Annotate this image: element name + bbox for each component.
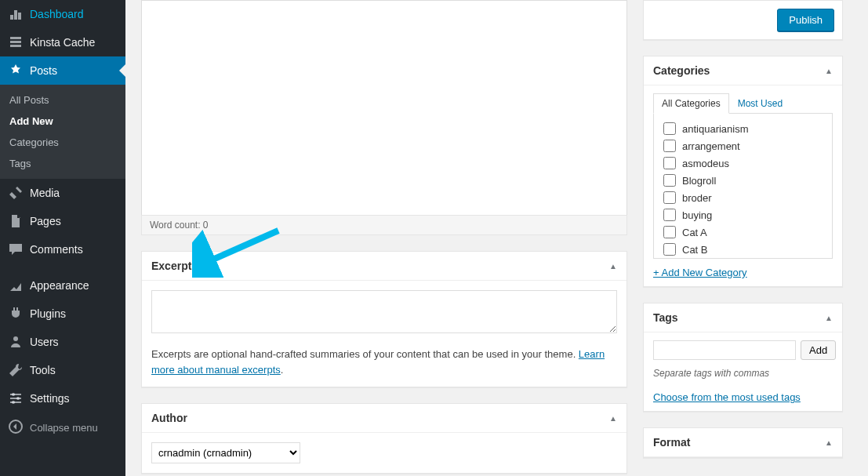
author-title: Author (151, 412, 187, 424)
submenu-tags[interactable]: Tags (0, 153, 125, 174)
svg-rect-0 (10, 37, 21, 39)
author-toggle[interactable]: Author ▲ (142, 404, 626, 433)
media-icon (8, 185, 24, 201)
submenu-categories[interactable]: Categories (0, 132, 125, 153)
pin-icon (8, 63, 24, 78)
category-label: buying (682, 209, 712, 221)
menu-tools[interactable]: Tools (0, 356, 125, 384)
chevron-up-icon: ▲ (609, 262, 617, 271)
category-label: broder (682, 192, 712, 204)
tab-most-used[interactable]: Most Used (729, 93, 791, 114)
menu-dashboard[interactable]: Dashboard (0, 0, 125, 28)
category-item[interactable]: Blogroll (660, 172, 826, 189)
category-checkbox[interactable] (663, 209, 676, 221)
menu-plugins[interactable]: Plugins (0, 300, 125, 328)
admin-sidebar: Dashboard Kinsta Cache Posts All Posts A… (0, 0, 125, 476)
submenu-all-posts[interactable]: All Posts (0, 89, 125, 111)
chevron-up-icon: ▲ (825, 314, 833, 322)
excerpt-toggle[interactable]: Excerpt ▲ (142, 252, 626, 281)
category-item[interactable]: broder (660, 189, 826, 206)
publish-button[interactable]: Publish (777, 9, 834, 31)
categories-panel: Categories ▲ All Categories Most Used an… (643, 56, 843, 287)
chevron-up-icon: ▲ (609, 414, 617, 423)
excerpt-metabox: Excerpt ▲ Excerpts are optional hand-cra… (141, 251, 627, 387)
category-item[interactable]: antiquarianism (660, 120, 826, 137)
submenu-add-new[interactable]: Add New (0, 111, 125, 132)
svg-rect-2 (10, 45, 21, 47)
format-panel: Format ▲ (643, 427, 843, 458)
tab-all-categories[interactable]: All Categories (653, 93, 729, 114)
category-list[interactable]: antiquarianism arrangement asmodeus Blog… (653, 114, 833, 259)
category-label: Cat B (682, 244, 708, 256)
plugins-icon (8, 306, 24, 322)
menu-label: Media (30, 187, 60, 199)
excerpt-textarea[interactable] (151, 290, 617, 333)
category-label: asmodeus (682, 158, 729, 169)
content-editor[interactable] (141, 0, 627, 216)
collapse-icon (8, 419, 24, 437)
tags-toggle[interactable]: Tags ▲ (644, 303, 842, 332)
category-checkbox[interactable] (663, 226, 676, 238)
category-checkbox[interactable] (663, 140, 676, 152)
menu-label: Posts (30, 64, 57, 77)
categories-toggle[interactable]: Categories ▲ (644, 56, 842, 85)
menu-label: Plugins (30, 307, 66, 320)
tags-panel: Tags ▲ Add Separate tags with commas Cho… (643, 303, 843, 412)
sidebar-column: Publish Categories ▲ All Categories Most… (643, 0, 843, 458)
category-checkbox[interactable] (663, 157, 676, 169)
cache-icon (8, 35, 24, 50)
tools-icon (8, 362, 24, 378)
author-metabox: Author ▲ crnadmin (crnadmin) (141, 403, 627, 474)
svg-rect-1 (10, 41, 21, 43)
menu-settings[interactable]: Settings (0, 384, 125, 412)
excerpt-desc-suffix: . (281, 364, 284, 376)
users-icon (8, 334, 24, 350)
excerpt-title: Excerpt (151, 260, 191, 272)
menu-kinsta-cache[interactable]: Kinsta Cache (0, 28, 125, 56)
category-item[interactable]: Cat A (660, 223, 826, 241)
category-label: Cat A (682, 227, 707, 238)
tag-cloud-link[interactable]: Choose from the most used tags (653, 391, 833, 403)
chevron-up-icon: ▲ (825, 438, 833, 447)
svg-point-7 (12, 393, 15, 396)
word-count-bar: Word count: 0 (141, 215, 627, 235)
settings-icon (8, 391, 24, 406)
tags-input[interactable] (653, 340, 796, 360)
excerpt-desc-text: Excerpts are optional hand-crafted summa… (151, 348, 579, 360)
svg-point-3 (13, 336, 18, 341)
category-checkbox[interactable] (663, 191, 676, 204)
menu-pages[interactable]: Pages (0, 207, 125, 235)
publish-panel: Publish (643, 0, 843, 40)
add-tag-button[interactable]: Add (801, 340, 836, 360)
menu-label: Settings (30, 392, 70, 405)
comments-icon (8, 242, 24, 257)
content-column: Word count: 0 Excerpt ▲ Excerpts are opt… (141, 0, 627, 474)
menu-comments[interactable]: Comments (0, 235, 125, 263)
menu-appearance[interactable]: Appearance (0, 271, 125, 300)
category-item[interactable]: asmodeus (660, 154, 826, 172)
svg-point-8 (16, 397, 20, 400)
menu-label: Tools (30, 364, 56, 376)
category-checkbox[interactable] (663, 243, 676, 256)
menu-label: Comments (30, 243, 83, 256)
category-checkbox[interactable] (663, 122, 676, 135)
category-item[interactable]: buying (660, 206, 826, 223)
svg-point-9 (12, 401, 15, 404)
menu-label: Appearance (30, 279, 89, 292)
menu-users[interactable]: Users (0, 328, 125, 356)
pages-icon (8, 213, 24, 229)
add-new-category-link[interactable]: + Add New Category (653, 267, 833, 278)
collapse-menu[interactable]: Collapse menu (0, 412, 125, 443)
menu-label: Dashboard (30, 8, 84, 20)
format-toggle[interactable]: Format ▲ (644, 428, 842, 457)
category-checkbox[interactable] (663, 174, 676, 187)
author-select[interactable]: crnadmin (crnadmin) (151, 442, 300, 463)
tags-hint: Separate tags with commas (653, 368, 833, 379)
category-item[interactable]: arrangement (660, 137, 826, 154)
menu-posts[interactable]: Posts (0, 56, 125, 85)
menu-media[interactable]: Media (0, 179, 125, 207)
format-title: Format (653, 436, 690, 449)
category-item[interactable]: Cat B (660, 241, 826, 258)
category-tabs: All Categories Most Used (653, 93, 833, 114)
excerpt-description: Excerpts are optional hand-crafted summa… (151, 347, 617, 377)
